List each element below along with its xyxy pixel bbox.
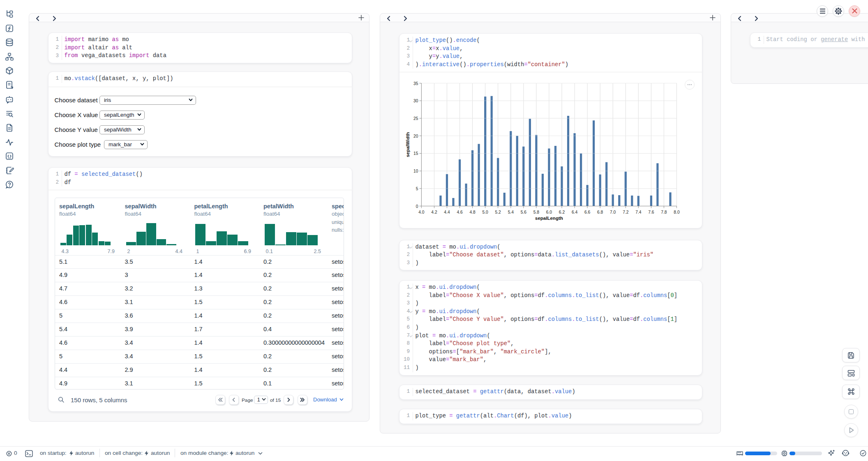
svg-text:7.4: 7.4 — [635, 210, 642, 214]
svg-text:5.0: 5.0 — [482, 210, 489, 214]
svg-text:4.2: 4.2 — [431, 210, 437, 214]
svg-text:4.6: 4.6 — [457, 210, 463, 214]
svg-text:4.4: 4.4 — [444, 210, 450, 214]
svg-text:sepalWidth: sepalWidth — [405, 132, 410, 157]
svg-text:5: 5 — [416, 187, 418, 191]
svg-text:15: 15 — [413, 151, 418, 156]
svg-text:25: 25 — [413, 116, 418, 121]
svg-text:35: 35 — [413, 81, 418, 86]
svg-text:5.2: 5.2 — [495, 210, 501, 214]
svg-text:5.8: 5.8 — [533, 210, 540, 214]
svg-text:6.0: 6.0 — [546, 210, 552, 214]
svg-text:8.0: 8.0 — [674, 210, 680, 214]
svg-text:6.4: 6.4 — [572, 210, 578, 214]
svg-text:7.8: 7.8 — [661, 210, 667, 214]
svg-text:6.8: 6.8 — [597, 210, 603, 214]
svg-text:7.0: 7.0 — [610, 210, 616, 214]
svg-text:7.2: 7.2 — [623, 210, 629, 214]
svg-text:4.8: 4.8 — [469, 210, 476, 214]
svg-text:10: 10 — [413, 169, 418, 173]
svg-text:7.6: 7.6 — [648, 210, 654, 214]
svg-text:5.6: 5.6 — [521, 210, 527, 214]
svg-text:5.4: 5.4 — [508, 210, 514, 214]
svg-text:sepalLength: sepalLength — [535, 216, 563, 221]
svg-text:4.0: 4.0 — [418, 210, 425, 214]
svg-text:6.2: 6.2 — [559, 210, 565, 214]
svg-text:20: 20 — [413, 134, 418, 138]
svg-text:6.6: 6.6 — [584, 210, 591, 214]
svg-text:30: 30 — [413, 99, 418, 103]
svg-text:0: 0 — [416, 204, 418, 209]
